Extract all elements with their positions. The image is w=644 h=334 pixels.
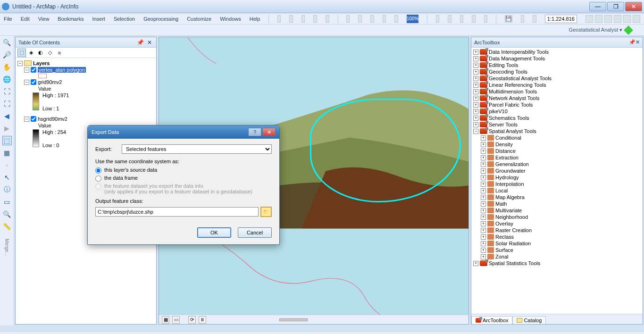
expand-icon[interactable]: + bbox=[473, 116, 478, 121]
toolset-item[interactable]: +Local bbox=[472, 187, 642, 194]
radio-layer-source[interactable] bbox=[95, 167, 101, 174]
zoom-out-icon[interactable]: 🔎 bbox=[2, 50, 12, 59]
list-by-source-icon[interactable]: ◈ bbox=[27, 49, 35, 57]
back-icon[interactable]: ◀ bbox=[2, 111, 12, 121]
options-icon[interactable]: ≡ bbox=[55, 49, 64, 57]
export-select[interactable]: Selected features bbox=[122, 144, 272, 154]
toolset-item[interactable]: +Generalization bbox=[472, 161, 642, 167]
collapse-icon[interactable]: − bbox=[17, 61, 23, 66]
zoom-in-icon[interactable]: 🔍 bbox=[2, 38, 12, 47]
toolbox-item[interactable]: +Parcel Fabric Tools bbox=[472, 101, 642, 108]
tool-icon[interactable] bbox=[604, 15, 612, 23]
layer-hsgrid90mv2[interactable]: hsgrid90mv2 bbox=[38, 116, 67, 122]
close-button[interactable]: ✕ bbox=[625, 2, 642, 11]
pin-icon[interactable]: 📌 bbox=[629, 39, 636, 45]
toolset-item[interactable]: +Reclass bbox=[472, 234, 642, 240]
tool-icon[interactable] bbox=[289, 15, 293, 23]
geostatistical-wizard-icon[interactable] bbox=[624, 25, 633, 35]
toolbox-item[interactable]: +Data Management Tools bbox=[472, 55, 642, 62]
scale-input[interactable]: 1:1.224.816 bbox=[545, 15, 577, 23]
toolset-item[interactable]: +Neighborhood bbox=[472, 214, 642, 220]
expand-icon[interactable]: + bbox=[481, 188, 486, 193]
tool-icon[interactable] bbox=[633, 15, 640, 23]
expand-icon[interactable]: + bbox=[481, 182, 486, 187]
toolbox-item[interactable]: +Editing Tools bbox=[472, 62, 642, 68]
collapse-icon[interactable]: − bbox=[24, 80, 29, 85]
toolbox-item[interactable]: +Linear Referencing Tools bbox=[472, 82, 642, 88]
expand-icon[interactable]: + bbox=[473, 122, 478, 127]
tool-icon[interactable] bbox=[521, 15, 525, 23]
expand-icon[interactable]: + bbox=[473, 56, 478, 61]
expand-icon[interactable]: + bbox=[481, 241, 486, 246]
expand-icon[interactable]: + bbox=[481, 168, 486, 174]
layer-grid90mv2[interactable]: grid90mv2 bbox=[38, 79, 62, 85]
cancel-button[interactable]: Cancel bbox=[238, 227, 272, 238]
tool-icon[interactable] bbox=[383, 15, 386, 23]
toolbox-item[interactable]: +Multidimension Tools bbox=[472, 88, 642, 95]
tool-icon[interactable] bbox=[595, 15, 602, 23]
layer-checkbox[interactable] bbox=[31, 67, 36, 73]
tool-icon[interactable] bbox=[313, 15, 317, 23]
expand-icon[interactable]: + bbox=[481, 208, 486, 213]
dialog-titlebar[interactable]: Export Data ? ✕ bbox=[88, 125, 279, 139]
tool-icon[interactable] bbox=[623, 15, 631, 23]
refresh-icon[interactable]: ⟳ bbox=[188, 316, 196, 324]
pan-icon[interactable]: ✋ bbox=[2, 62, 12, 72]
fixed-zoom-out-icon[interactable]: ⛶ bbox=[2, 99, 12, 109]
toolset-item[interactable]: +Map Algebra bbox=[472, 194, 642, 200]
symbol-swatch[interactable] bbox=[38, 74, 47, 78]
tool-icon[interactable] bbox=[533, 15, 536, 23]
tool-icon[interactable] bbox=[614, 15, 621, 23]
maximize-button[interactable]: ❐ bbox=[607, 2, 624, 11]
toolset-item[interactable]: +Distance bbox=[472, 148, 642, 154]
tool-icon[interactable] bbox=[301, 15, 305, 23]
select-elements-icon[interactable]: ↖ bbox=[2, 173, 12, 182]
tool-icon[interactable] bbox=[436, 15, 440, 23]
expand-icon[interactable]: + bbox=[473, 89, 478, 94]
menu-selection[interactable]: Selection bbox=[114, 16, 135, 22]
toolbox-item[interactable]: +Network Analyst Tools bbox=[472, 95, 642, 101]
toolbox-item[interactable]: +Geostatistical Analyst Tools bbox=[472, 75, 642, 82]
expand-icon[interactable]: + bbox=[473, 76, 478, 81]
toolbox-spatial-analyst[interactable]: −Spatial Analyst Tools bbox=[472, 128, 642, 134]
clear-selection-icon[interactable]: ▦ bbox=[2, 148, 12, 158]
layer-checkbox[interactable] bbox=[31, 116, 36, 122]
tool-icon[interactable] bbox=[635, 27, 640, 33]
toolset-item[interactable]: +Overlay bbox=[472, 220, 642, 227]
list-by-visibility-icon[interactable]: ◐ bbox=[36, 49, 45, 57]
expand-icon[interactable]: + bbox=[473, 69, 478, 75]
expand-icon[interactable]: + bbox=[473, 63, 478, 68]
menu-edit[interactable]: Edit bbox=[21, 16, 30, 22]
layers-root[interactable]: Layers bbox=[33, 60, 50, 66]
measure-icon[interactable]: 📏 bbox=[2, 222, 12, 231]
tool-icon[interactable]: ▫ bbox=[2, 160, 12, 170]
browse-button[interactable]: 📁 bbox=[260, 207, 272, 217]
save-icon[interactable]: 💾 bbox=[505, 15, 512, 23]
tool-icon[interactable] bbox=[472, 15, 476, 23]
find-icon[interactable]: 🔍 bbox=[2, 209, 12, 219]
tool-icon[interactable] bbox=[484, 15, 488, 23]
expand-icon[interactable]: + bbox=[473, 261, 478, 266]
tool-icon[interactable] bbox=[326, 15, 329, 23]
expand-icon[interactable]: + bbox=[473, 109, 478, 114]
menu-customize[interactable]: Customize bbox=[187, 16, 211, 22]
layer-yerles-alan[interactable]: yerles_alan polygon bbox=[38, 67, 86, 73]
expand-icon[interactable]: + bbox=[481, 254, 486, 259]
expand-icon[interactable]: + bbox=[481, 162, 486, 167]
toolbox-item[interactable]: +Geocoding Tools bbox=[472, 68, 642, 75]
toolset-item[interactable]: +Interpolation bbox=[472, 181, 642, 187]
expand-icon[interactable]: + bbox=[481, 221, 486, 226]
minimize-button[interactable]: — bbox=[589, 2, 606, 11]
geostatistical-label[interactable]: Geostatistical Analyst ▾ bbox=[569, 27, 622, 33]
toolbox-item[interactable]: +pikeV10 bbox=[472, 108, 642, 115]
select-features-icon[interactable]: ⬚ bbox=[2, 136, 12, 145]
toolset-item[interactable]: +Groundwater bbox=[472, 167, 642, 174]
data-view-icon[interactable]: ▦ bbox=[162, 316, 169, 324]
tab-catalog[interactable]: Catalog bbox=[512, 316, 546, 324]
expand-icon[interactable]: + bbox=[481, 195, 486, 200]
menu-insert[interactable]: Insert bbox=[92, 16, 105, 22]
tool-icon[interactable] bbox=[394, 15, 398, 23]
expand-icon[interactable]: + bbox=[481, 215, 486, 220]
merge-label[interactable]: Merge... bbox=[4, 239, 9, 256]
layout-view-icon[interactable]: ▭ bbox=[172, 316, 180, 324]
